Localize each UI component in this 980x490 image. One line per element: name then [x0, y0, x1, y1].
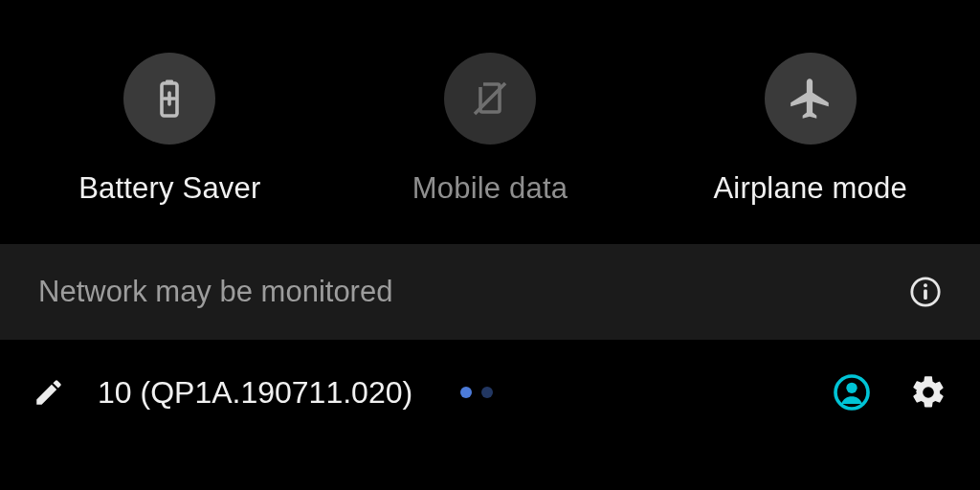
quick-settings-panel: Battery Saver Mobile data Airplane mode …: [0, 0, 980, 490]
svg-point-4: [924, 283, 927, 287]
quick-settings-footer: 10 (QP1A.190711.020): [0, 340, 980, 445]
build-number[interactable]: 10 (QP1A.190711.020): [98, 375, 412, 411]
svg-rect-1: [166, 79, 173, 83]
tile-label: Mobile data: [412, 171, 568, 206]
network-monitored-text: Network may be monitored: [38, 275, 392, 309]
tile-label: Airplane mode: [713, 171, 907, 206]
edit-icon[interactable]: [33, 376, 65, 409]
tile-mobile-data[interactable]: Mobile data: [330, 53, 651, 206]
page-dot: [481, 387, 493, 398]
airplane-icon: [765, 53, 857, 145]
user-switcher-icon[interactable]: [833, 373, 871, 412]
page-dot-active: [460, 387, 472, 398]
tile-airplane-mode[interactable]: Airplane mode: [650, 53, 970, 206]
quick-settings-tiles: Battery Saver Mobile data Airplane mode: [0, 0, 980, 244]
settings-icon[interactable]: [909, 373, 947, 412]
info-icon: [909, 276, 942, 308]
svg-rect-5: [924, 289, 927, 300]
network-monitored-banner[interactable]: Network may be monitored: [0, 244, 980, 340]
page-indicator: [460, 387, 493, 398]
tile-battery-saver[interactable]: Battery Saver: [10, 53, 330, 206]
svg-point-7: [846, 383, 857, 393]
battery-saver-icon: [123, 53, 215, 145]
mobile-data-icon: [444, 53, 536, 145]
tile-label: Battery Saver: [78, 171, 260, 206]
